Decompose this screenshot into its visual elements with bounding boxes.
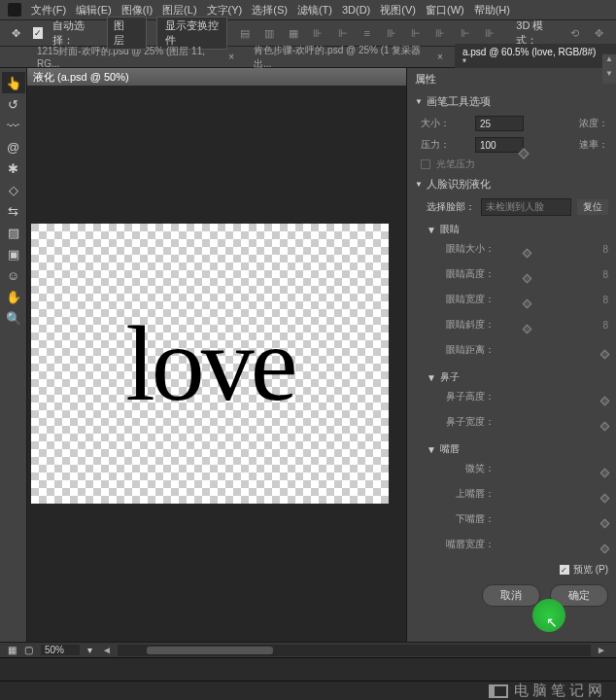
- auto-select-dropdown[interactable]: 图层: [107, 17, 147, 50]
- forward-warp-tool[interactable]: 👆: [2, 72, 25, 93]
- grid-icon[interactable]: ▦: [8, 645, 17, 655]
- triangle-down-icon: ▼: [427, 372, 436, 383]
- menu-help[interactable]: 帮助(H): [474, 3, 510, 18]
- triangle-down-icon: ▼: [415, 180, 423, 189]
- menu-file[interactable]: 文件(F): [31, 3, 66, 18]
- menubar: 文件(F) 编辑(E) 图像(I) 图层(L) 文字(Y) 选择(S) 滤镜(T…: [0, 0, 616, 19]
- triangle-down-icon: ▼: [427, 444, 436, 455]
- liquify-toolbox: 👆 ↺ 〰 @ ✱ ◇ ⇆ ▨ ▣ ☺ ✋ 🔍: [0, 68, 27, 642]
- canvas-area: 液化 (a.psd @ 50%) love: [27, 68, 406, 642]
- eye-height-slider[interactable]: [504, 273, 593, 275]
- nose-width-slider[interactable]: [504, 421, 608, 423]
- align-icon-3[interactable]: ▦: [287, 24, 301, 42]
- twirl-tool[interactable]: @: [2, 136, 25, 158]
- preview-checkbox[interactable]: ✓: [560, 565, 569, 575]
- align-icon-1[interactable]: ▤: [237, 24, 252, 42]
- close-icon[interactable]: ×: [228, 52, 234, 62]
- hand-tool[interactable]: ✋: [2, 286, 25, 307]
- align-icon-2[interactable]: ▥: [261, 24, 276, 42]
- dist-icon-3[interactable]: ⊪: [433, 24, 448, 42]
- thaw-mask-tool[interactable]: ▣: [2, 243, 25, 264]
- align-icon-6[interactable]: ≡: [359, 24, 374, 42]
- zoom-field[interactable]: 50%: [41, 645, 80, 655]
- face-section-header[interactable]: ▼人脸识别液化: [407, 173, 616, 195]
- menu-view[interactable]: 视图(V): [380, 3, 416, 18]
- eye-dist-label: 眼睛距离：: [446, 343, 495, 357]
- close-icon[interactable]: ×: [437, 52, 443, 62]
- canvas[interactable]: love: [31, 224, 389, 504]
- menu-3d[interactable]: 3D(D): [342, 4, 370, 16]
- 3d-orbit-icon[interactable]: ⟲: [567, 24, 582, 42]
- watermark-logo-icon: [489, 684, 508, 698]
- menu-select[interactable]: 选择(S): [252, 3, 288, 18]
- menu-layer[interactable]: 图层(L): [162, 3, 196, 18]
- eye-height-label: 眼睛高度：: [446, 267, 495, 281]
- nose-header[interactable]: ▼鼻子: [407, 367, 616, 388]
- eyes-header[interactable]: ▼眼睛: [407, 219, 616, 240]
- eye-tilt-slider[interactable]: [504, 324, 593, 326]
- mouth-width-slider[interactable]: [504, 543, 608, 545]
- pressure-input[interactable]: [475, 137, 524, 153]
- dist-icon-4[interactable]: ⊩: [458, 24, 472, 42]
- scroll-left-icon[interactable]: ◄: [100, 645, 114, 655]
- app-statusbar: 电脑笔记网 www.pcbiji.com 60.5% 文档：2.75M/8.83…: [0, 681, 616, 700]
- upper-lip-slider[interactable]: [504, 493, 608, 495]
- nose-height-label: 鼻子高度：: [446, 390, 495, 403]
- link-icon[interactable]: 8: [602, 320, 608, 331]
- link-icon[interactable]: 8: [602, 269, 608, 280]
- mouth-width-label: 嘴唇宽度：: [446, 538, 495, 551]
- eye-dist-slider[interactable]: [504, 349, 608, 351]
- bloat-tool[interactable]: ◇: [2, 179, 25, 200]
- vscroll-stub[interactable]: ▲ ▼: [602, 54, 616, 84]
- stylus-checkbox[interactable]: [421, 159, 430, 169]
- face-select-dropdown[interactable]: 未检测到人脸: [481, 198, 571, 216]
- workspace: 👆 ↺ 〰 @ ✱ ◇ ⇆ ▨ ▣ ☺ ✋ 🔍 液化 (a.psd @ 50%)…: [0, 68, 616, 642]
- eye-size-slider[interactable]: [504, 248, 593, 250]
- face-reset-button[interactable]: 复位: [577, 199, 608, 215]
- pressure-slider[interactable]: [473, 152, 608, 156]
- nose-height-slider[interactable]: [504, 396, 608, 398]
- smile-label: 微笑：: [446, 462, 495, 475]
- scroll-right-icon[interactable]: ►: [595, 645, 608, 655]
- dist-icon-2[interactable]: ⊩: [409, 24, 424, 42]
- document-statusbar: ▦ ▢ 50% ▾ ◄ ►: [0, 642, 616, 657]
- menu-type[interactable]: 文字(Y): [207, 3, 243, 18]
- zoom-dropdown-icon[interactable]: ▾: [87, 645, 92, 655]
- h-scrollbar[interactable]: ◄ ►: [100, 645, 608, 656]
- auto-select-checkbox[interactable]: ✓: [33, 27, 43, 39]
- scroll-up-icon[interactable]: ▲: [602, 54, 616, 69]
- watermark: 电脑笔记网 www.pcbiji.com: [489, 682, 606, 700]
- link-icon[interactable]: 8: [602, 244, 608, 255]
- eye-width-slider[interactable]: [504, 298, 593, 300]
- link-icon[interactable]: 8: [602, 295, 608, 305]
- dist-icon-5[interactable]: ⊪: [482, 24, 496, 42]
- face-tool[interactable]: ☺: [2, 264, 25, 286]
- menu-edit[interactable]: 编辑(E): [76, 3, 112, 18]
- reconstruct-tool[interactable]: ↺: [2, 93, 25, 115]
- panel-title: 属性: [407, 68, 616, 90]
- lower-lip-slider[interactable]: [504, 518, 608, 520]
- ok-button[interactable]: 确定: [550, 584, 608, 607]
- move-tool-icon[interactable]: ✥: [10, 25, 23, 41]
- cancel-button[interactable]: 取消: [482, 584, 540, 607]
- zoom-tool[interactable]: 🔍: [2, 307, 25, 329]
- dist-icon-1[interactable]: ⊪: [384, 24, 398, 42]
- align-icon-5[interactable]: ⊩: [335, 24, 350, 42]
- mouth-header[interactable]: ▼嘴唇: [407, 438, 616, 460]
- lower-lip-label: 下嘴唇：: [446, 512, 495, 526]
- scroll-down-icon[interactable]: ▼: [602, 69, 616, 84]
- smooth-tool[interactable]: 〰: [2, 115, 25, 136]
- menu-window[interactable]: 窗口(W): [426, 3, 464, 18]
- align-icon-4[interactable]: ⊪: [311, 24, 325, 42]
- 3d-pan-icon[interactable]: ✥: [592, 24, 606, 42]
- smile-slider[interactable]: [504, 468, 608, 470]
- brush-section-header[interactable]: ▼画笔工具选项: [407, 90, 616, 113]
- size-input[interactable]: [475, 116, 524, 131]
- tab-3[interactable]: a.psd @ 60.5% (love, RGB/8#) *×: [455, 44, 616, 71]
- menu-filter[interactable]: 滤镜(T): [297, 3, 332, 18]
- menu-image[interactable]: 图像(I): [121, 3, 153, 18]
- freeze-mask-tool[interactable]: ▨: [2, 222, 25, 243]
- hand-icon[interactable]: ▢: [24, 645, 33, 655]
- push-left-tool[interactable]: ⇆: [2, 200, 25, 222]
- pucker-tool[interactable]: ✱: [2, 158, 25, 179]
